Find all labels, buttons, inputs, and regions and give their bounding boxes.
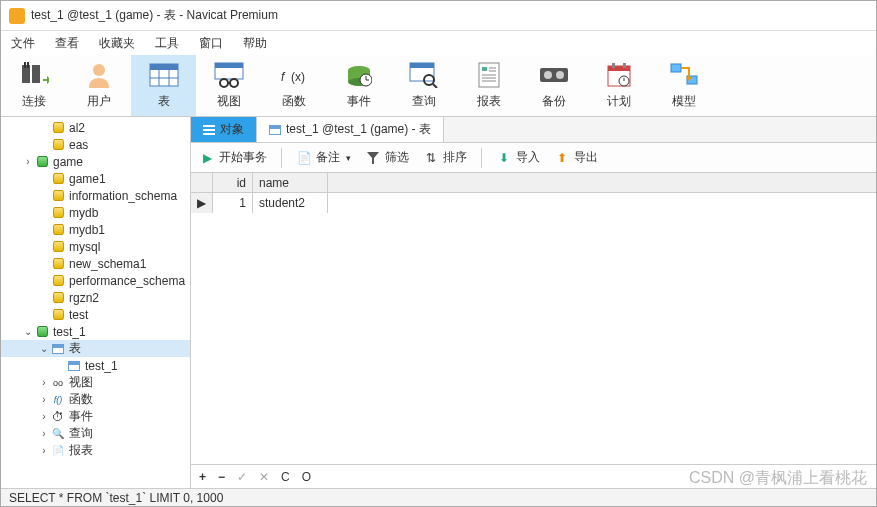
database-tree[interactable]: al2eas›gamegame1information_schemamydbmy… — [1, 117, 191, 488]
table-icon — [269, 125, 281, 135]
begin-transaction-button[interactable]: ▶开始事务 — [199, 149, 267, 166]
expand-icon[interactable]: › — [37, 411, 51, 422]
tree-node-game[interactable]: ›game — [1, 153, 190, 170]
tree-node-al2[interactable]: al2 — [1, 119, 190, 136]
column-header-name[interactable]: name — [253, 173, 328, 193]
tree-label: performance_schema — [69, 274, 185, 288]
expand-icon[interactable]: › — [37, 377, 51, 388]
app-icon — [9, 8, 25, 24]
tree-label: eas — [69, 138, 88, 152]
tree-node-performance_schema[interactable]: performance_schema — [1, 272, 190, 289]
cell-name[interactable]: student2 — [253, 193, 328, 213]
tree-label: game1 — [69, 172, 106, 186]
expand-icon[interactable]: ⌄ — [37, 343, 51, 354]
report-icon — [473, 61, 505, 89]
svg-rect-2 — [24, 62, 26, 68]
svg-rect-42 — [623, 63, 626, 68]
row-header-corner — [191, 173, 213, 192]
backup-icon — [538, 61, 570, 89]
tab-data[interactable]: test_1 @test_1 (game) - 表 — [257, 117, 444, 142]
cancel-button[interactable]: ✕ — [259, 470, 269, 484]
function-icon: f(x) — [278, 61, 310, 89]
tool-table[interactable]: 表 — [131, 55, 196, 116]
tool-model[interactable]: 模型 — [651, 55, 716, 116]
action-bar: ▶开始事务 📄备注▾ 筛选 ⇅排序 ⬇导入 ⬆导出 — [191, 143, 876, 173]
refresh-button[interactable]: C — [281, 470, 290, 484]
svg-point-37 — [544, 71, 552, 79]
tree-node-报表[interactable]: ›📄报表 — [1, 442, 190, 459]
tool-view[interactable]: 视图 — [196, 55, 261, 116]
event-icon: ⏱ — [51, 410, 65, 424]
report-icon: 📄 — [51, 444, 65, 458]
tab-objects[interactable]: 对象 — [191, 117, 257, 142]
apply-button[interactable]: ✓ — [237, 470, 247, 484]
svg-text:(x): (x) — [291, 70, 305, 84]
tool-backup[interactable]: 备份 — [521, 55, 586, 116]
menu-help[interactable]: 帮助 — [243, 35, 267, 51]
tree-label: 表 — [69, 340, 81, 357]
delete-record-button[interactable]: − — [218, 470, 225, 484]
tree-node-事件[interactable]: ›⏱事件 — [1, 408, 190, 425]
menu-window[interactable]: 窗口 — [199, 35, 223, 51]
cell-id[interactable]: 1 — [213, 193, 253, 213]
tree-node-test_1[interactable]: ⌄test_1 — [1, 323, 190, 340]
tool-connection[interactable]: 连接 — [1, 55, 66, 116]
plug-icon — [18, 61, 50, 89]
tree-label: 查询 — [69, 425, 93, 442]
tree-node-mysql[interactable]: mysql — [1, 238, 190, 255]
data-grid[interactable]: id name ▶ 1 student2 — [191, 173, 876, 464]
tree-label: information_schema — [69, 189, 177, 203]
tree-node-new_schema1[interactable]: new_schema1 — [1, 255, 190, 272]
database-icon — [51, 291, 65, 305]
tool-user[interactable]: 用户 — [66, 55, 131, 116]
tree-node-表[interactable]: ⌄表 — [1, 340, 190, 357]
tool-event[interactable]: 事件 — [326, 55, 391, 116]
filter-button[interactable]: 筛选 — [365, 149, 409, 166]
tree-node-eas[interactable]: eas — [1, 136, 190, 153]
tool-schedule[interactable]: 计划 — [586, 55, 651, 116]
column-header-id[interactable]: id — [213, 173, 253, 193]
tree-label: 函数 — [69, 391, 93, 408]
tool-query[interactable]: 查询 — [391, 55, 456, 116]
expand-icon[interactable]: › — [37, 394, 51, 405]
tree-node-test[interactable]: test — [1, 306, 190, 323]
tree-label: test_1 — [53, 325, 86, 339]
menu-file[interactable]: 文件 — [11, 35, 35, 51]
stop-button[interactable]: O — [302, 470, 311, 484]
memo-button[interactable]: 📄备注▾ — [296, 149, 351, 166]
expand-icon[interactable]: › — [37, 428, 51, 439]
tree-node-查询[interactable]: ›🔍查询 — [1, 425, 190, 442]
export-button[interactable]: ⬆导出 — [554, 149, 598, 166]
tree-node-mydb1[interactable]: mydb1 — [1, 221, 190, 238]
menu-fav[interactable]: 收藏夹 — [99, 35, 135, 51]
expand-icon[interactable]: › — [21, 156, 35, 167]
export-icon: ⬆ — [554, 150, 570, 166]
tree-node-rgzn2[interactable]: rgzn2 — [1, 289, 190, 306]
expand-icon[interactable]: ⌄ — [21, 326, 35, 337]
tree-label: new_schema1 — [69, 257, 146, 271]
tree-node-函数[interactable]: ›f()函数 — [1, 391, 190, 408]
tool-report[interactable]: 报表 — [456, 55, 521, 116]
record-nav-bar: + − ✓ ✕ C O — [191, 464, 876, 488]
tool-function[interactable]: f(x) 函数 — [261, 55, 326, 116]
import-button[interactable]: ⬇导入 — [496, 149, 540, 166]
tree-node-视图[interactable]: ›oo视图 — [1, 374, 190, 391]
tree-label: mydb1 — [69, 223, 105, 237]
tree-node-information_schema[interactable]: information_schema — [1, 187, 190, 204]
database-icon — [51, 121, 65, 135]
view-icon: oo — [51, 376, 65, 390]
tree-label: mysql — [69, 240, 100, 254]
menu-bar: 文件 查看 收藏夹 工具 窗口 帮助 — [1, 31, 876, 55]
expand-icon[interactable]: › — [37, 445, 51, 456]
add-record-button[interactable]: + — [199, 470, 206, 484]
sort-button[interactable]: ⇅排序 — [423, 149, 467, 166]
menu-view[interactable]: 查看 — [55, 35, 79, 51]
menu-tools[interactable]: 工具 — [155, 35, 179, 51]
tree-node-mydb[interactable]: mydb — [1, 204, 190, 221]
row-indicator-icon: ▶ — [191, 193, 213, 213]
svg-marker-48 — [367, 152, 379, 164]
tree-node-test_1[interactable]: test_1 — [1, 357, 190, 374]
tree-node-game1[interactable]: game1 — [1, 170, 190, 187]
table-row[interactable]: ▶ 1 student2 — [191, 193, 876, 213]
funnel-icon — [365, 150, 381, 166]
